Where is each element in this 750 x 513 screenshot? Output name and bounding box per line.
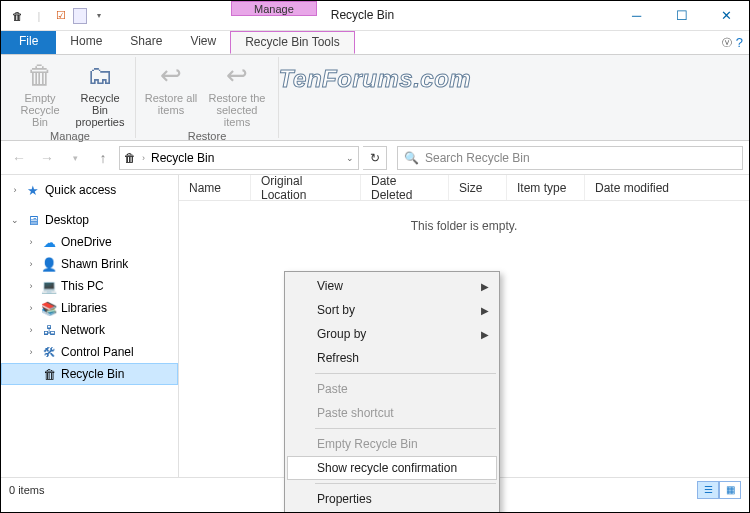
recycle-bin-tools-tab[interactable]: Recycle Bin Tools (230, 31, 355, 54)
window-title: Recycle Bin (317, 1, 408, 30)
sidebar-recycle-bin[interactable]: 🗑Recycle Bin (1, 363, 178, 385)
col-original-location[interactable]: Original Location (251, 175, 361, 200)
search-icon: 🔍 (404, 151, 419, 165)
submenu-arrow-icon: ▶ (481, 329, 489, 340)
empty-recycle-bin-button: 🗑 Empty Recycle Bin (11, 57, 69, 129)
search-box[interactable]: 🔍 Search Recycle Bin (397, 146, 743, 170)
menu-separator (315, 373, 496, 374)
menu-separator (315, 483, 496, 484)
ribbon-group-manage: 🗑 Empty Recycle Bin 🗂 Recycle Bin proper… (5, 57, 136, 138)
refresh-button[interactable]: ↻ (363, 146, 387, 170)
file-tab[interactable]: File (1, 31, 56, 54)
user-icon: 👤 (41, 257, 57, 272)
breadcrumb-chevron-icon[interactable]: › (142, 153, 145, 163)
address-dropdown-icon[interactable]: ⌄ (346, 153, 354, 163)
sidebar-user[interactable]: ›👤Shawn Brink (1, 253, 178, 275)
contextual-tab-block: Manage (231, 1, 317, 30)
col-date-modified[interactable]: Date modified (585, 175, 749, 200)
menu-paste: Paste (287, 377, 497, 401)
quick-access-toolbar: 🗑 | ☑ ▾ (1, 1, 111, 30)
qat-dropdown-icon[interactable]: ▾ (89, 6, 109, 26)
forward-button[interactable]: → (35, 146, 59, 170)
desktop-icon: 🖥 (25, 213, 41, 228)
home-tab[interactable]: Home (56, 31, 116, 54)
navigation-pane: ›★Quick access ⌄🖥Desktop ›☁OneDrive ›👤Sh… (1, 175, 179, 477)
menu-show-recycle-confirmation[interactable]: Show recycle confirmation (287, 456, 497, 480)
sidebar-desktop[interactable]: ⌄🖥Desktop (1, 209, 178, 231)
menu-empty-recycle-bin: Empty Recycle Bin (287, 432, 497, 456)
share-tab[interactable]: Share (116, 31, 176, 54)
group-label-manage: Manage (50, 129, 90, 143)
restore-selected-button: ↩ Restore the selected items (202, 57, 272, 129)
details-view-button[interactable]: ☰ (697, 481, 719, 499)
sidebar-onedrive[interactable]: ›☁OneDrive (1, 231, 178, 253)
ribbon-tabs: File Home Share View Recycle Bin Tools ⓥ… (1, 31, 749, 55)
col-item-type[interactable]: Item type (507, 175, 585, 200)
sidebar-control-panel[interactable]: ›🛠Control Panel (1, 341, 178, 363)
close-button[interactable] (704, 1, 749, 30)
recent-locations-button[interactable]: ▾ (63, 146, 87, 170)
search-placeholder: Search Recycle Bin (425, 151, 530, 165)
col-date-deleted[interactable]: Date Deleted (361, 175, 449, 200)
empty-folder-message: This folder is empty. (179, 201, 749, 233)
qat-new-icon[interactable] (73, 8, 87, 24)
col-name[interactable]: Name (179, 175, 251, 200)
ribbon: 🗑 Empty Recycle Bin 🗂 Recycle Bin proper… (1, 55, 749, 141)
restore-selected-icon: ↩ (204, 58, 270, 92)
menu-properties[interactable]: Properties (287, 487, 497, 511)
group-label-restore: Restore (188, 129, 227, 143)
menu-sort-by[interactable]: Sort by▶ (287, 298, 497, 322)
view-tab[interactable]: View (176, 31, 230, 54)
address-bar[interactable]: 🗑 › Recycle Bin ⌄ (119, 146, 359, 170)
qat-separator: | (29, 6, 49, 26)
up-button[interactable]: ↑ (91, 146, 115, 170)
title-bar: 🗑 | ☑ ▾ Manage Recycle Bin (1, 1, 749, 31)
menu-view[interactable]: View▶ (287, 274, 497, 298)
sidebar-libraries[interactable]: ›📚Libraries (1, 297, 178, 319)
properties-icon: 🗂 (73, 58, 127, 92)
contextual-tab-header: Manage (231, 1, 317, 16)
status-item-count: 0 items (9, 484, 44, 496)
column-headers: Name Original Location Date Deleted Size… (179, 175, 749, 201)
qat-check-icon[interactable]: ☑ (51, 6, 71, 26)
control-panel-icon: 🛠 (41, 345, 57, 360)
restore-all-icon: ↩ (144, 58, 198, 92)
star-icon: ★ (25, 183, 41, 198)
libraries-icon: 📚 (41, 301, 57, 316)
back-button[interactable]: ← (7, 146, 31, 170)
pc-icon: 💻 (41, 279, 57, 294)
network-icon: 🖧 (41, 323, 57, 338)
address-text[interactable]: Recycle Bin (151, 151, 214, 165)
help-icon[interactable]: ? (736, 35, 743, 50)
recycle-bin-icon[interactable]: 🗑 (7, 6, 27, 26)
recycle-bin-icon: 🗑 (41, 367, 57, 382)
navigation-bar: ← → ▾ ↑ 🗑 › Recycle Bin ⌄ ↻ 🔍 Search Rec… (1, 141, 749, 175)
menu-group-by[interactable]: Group by▶ (287, 322, 497, 346)
ribbon-collapse-icon[interactable]: ⓥ (722, 36, 732, 50)
address-recycle-icon: 🗑 (124, 151, 136, 165)
recycle-bin-properties-button[interactable]: 🗂 Recycle Bin properties (71, 57, 129, 129)
menu-refresh[interactable]: Refresh (287, 346, 497, 370)
restore-all-button: ↩ Restore all items (142, 57, 200, 117)
sidebar-network[interactable]: ›🖧Network (1, 319, 178, 341)
submenu-arrow-icon: ▶ (481, 281, 489, 292)
sidebar-quick-access[interactable]: ›★Quick access (1, 179, 178, 201)
minimize-button[interactable] (614, 1, 659, 30)
submenu-arrow-icon: ▶ (481, 305, 489, 316)
col-size[interactable]: Size (449, 175, 507, 200)
ribbon-group-restore: ↩ Restore all items ↩ Restore the select… (136, 57, 279, 138)
sidebar-this-pc[interactable]: ›💻This PC (1, 275, 178, 297)
context-menu: View▶ Sort by▶ Group by▶ Refresh Paste P… (284, 271, 500, 513)
recycle-bin-empty-icon: 🗑 (13, 58, 67, 92)
window-controls (614, 1, 749, 30)
cloud-icon: ☁ (41, 235, 57, 250)
view-mode-toggles: ☰ ▦ (697, 481, 741, 499)
menu-paste-shortcut: Paste shortcut (287, 401, 497, 425)
menu-separator (315, 428, 496, 429)
maximize-button[interactable] (659, 1, 704, 30)
thumbnails-view-button[interactable]: ▦ (719, 481, 741, 499)
